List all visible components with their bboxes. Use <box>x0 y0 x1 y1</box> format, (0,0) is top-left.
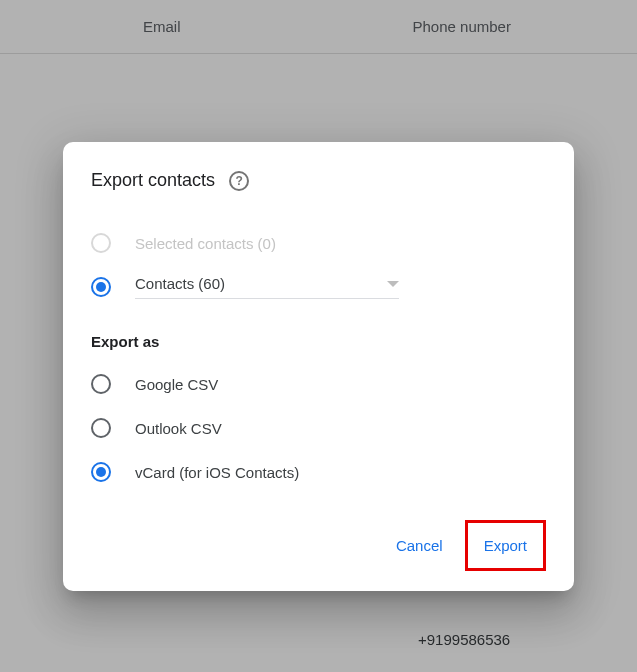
help-icon[interactable]: ? <box>229 171 249 191</box>
export-button[interactable]: Export <box>470 528 541 563</box>
cancel-button[interactable]: Cancel <box>382 520 457 571</box>
selected-contacts-option: Selected contacts (0) <box>91 231 546 255</box>
outlook-csv-option[interactable]: Outlook CSV <box>91 416 546 440</box>
export-as-header: Export as <box>91 333 546 350</box>
radio-contacts-select[interactable] <box>91 277 111 297</box>
contacts-dropdown-value: Contacts (60) <box>135 275 225 292</box>
google-csv-option[interactable]: Google CSV <box>91 372 546 396</box>
vcard-option[interactable]: vCard (for iOS Contacts) <box>91 460 546 484</box>
chevron-down-icon <box>387 281 399 287</box>
export-button-highlight: Export <box>465 520 546 571</box>
dialog-header: Export contacts ? <box>91 170 546 191</box>
dialog-title: Export contacts <box>91 170 215 191</box>
contacts-dropdown[interactable]: Contacts (60) <box>135 275 399 299</box>
radio-google-csv[interactable] <box>91 374 111 394</box>
contacts-select-option: Contacts (60) <box>91 275 546 299</box>
outlook-csv-label: Outlook CSV <box>135 420 222 437</box>
export-contacts-dialog: Export contacts ? Selected contacts (0) … <box>63 142 574 591</box>
radio-outlook-csv[interactable] <box>91 418 111 438</box>
radio-vcard[interactable] <box>91 462 111 482</box>
vcard-label: vCard (for iOS Contacts) <box>135 464 299 481</box>
google-csv-label: Google CSV <box>135 376 218 393</box>
selected-contacts-label: Selected contacts (0) <box>135 235 276 252</box>
dialog-actions: Cancel Export <box>91 520 546 571</box>
radio-selected-contacts <box>91 233 111 253</box>
